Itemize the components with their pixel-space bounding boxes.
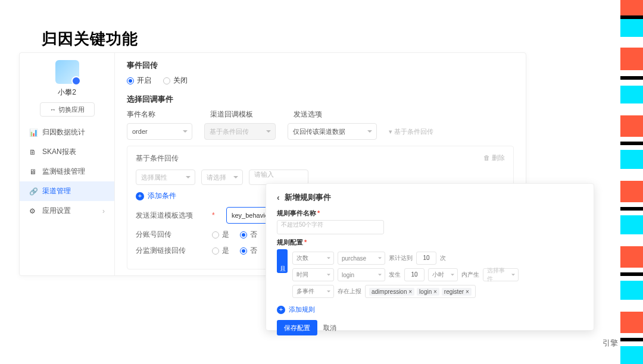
nav-app-settings[interactable]: ⚙应用设置 <box>20 201 114 221</box>
nav-label: 应用设置 <box>42 206 71 216</box>
add-rule-label: 添加规则 <box>289 305 315 314</box>
radio-on-label: 开启 <box>137 76 151 86</box>
add-condition-button[interactable]: +添加条件 <box>136 191 176 201</box>
no-label: 否 <box>250 246 257 256</box>
unit-select[interactable]: 小时 <box>428 268 458 281</box>
plus-icon: + <box>277 306 285 314</box>
event-tag[interactable]: adimpression × <box>369 288 414 296</box>
sub-link-label: 分监测链接回传 <box>136 246 201 256</box>
required-star: * <box>304 239 307 246</box>
rule-row-multi: 多事件 存在上报 adimpression × login × register… <box>292 285 519 298</box>
sub-account-yes[interactable]: 是 <box>212 230 229 240</box>
save-button[interactable]: 保存配置 <box>277 320 317 335</box>
cancel-button[interactable]: 取消 <box>323 320 336 335</box>
nav-label: SKAN报表 <box>42 147 76 157</box>
event-select[interactable]: login <box>338 268 385 281</box>
add-rule-button[interactable]: +添加规则 <box>277 305 315 314</box>
plus-icon: + <box>136 192 144 200</box>
required-star: * <box>212 211 216 219</box>
metric-select[interactable]: 时间 <box>292 268 334 281</box>
event-callback-title: 事件回传 <box>127 60 514 71</box>
nav-label: 渠道管理 <box>42 186 71 196</box>
watermark-text: 引擎 <box>603 338 618 349</box>
and-operator-pill[interactable]: 且 <box>277 249 288 273</box>
settings-icon: ⚙ <box>29 207 38 215</box>
sub-account-label: 分账号回传 <box>136 230 201 240</box>
radio-on[interactable]: 开启 <box>127 76 151 86</box>
report-icon: 🗎 <box>29 148 38 156</box>
rule-row-count: 次数 purchase 累计达到 10 次 <box>292 252 519 265</box>
radio-dot-icon <box>212 247 219 255</box>
multi-event-tags[interactable]: adimpression × login × register × <box>365 285 476 298</box>
condition-filter-link[interactable]: ▾ 基于条件回传 <box>389 127 433 136</box>
nav-tracking-links[interactable]: 🖥监测链接管理 <box>20 162 114 181</box>
sub-link-yes[interactable]: 是 <box>212 246 229 256</box>
nav-label: 监测链接管理 <box>42 167 85 177</box>
col-event-name: 事件名称 <box>127 109 198 120</box>
decorative-stripes <box>620 0 643 364</box>
sub-account-no[interactable]: 否 <box>240 230 257 240</box>
event-select[interactable]: purchase <box>338 252 385 265</box>
app-avatar <box>55 60 79 84</box>
rule-block: 且 次数 purchase 累计达到 10 次 时间 login 发生 10 小… <box>277 249 583 302</box>
page-title: 归因关键功能 <box>42 29 138 49</box>
radio-off-label: 关闭 <box>173 76 188 86</box>
new-rule-event-modal: ‹ 新增规则事件 规则事件名称* 不超过50个字符 规则配置* 且 次数 pur… <box>266 183 594 331</box>
nav-skan-report[interactable]: 🗎SKAN报表 <box>20 142 114 162</box>
switch-app-button[interactable]: ↔ 切换应用 <box>40 102 95 117</box>
sidebar-nav: 📊归因数据统计 🗎SKAN报表 🖥监测链接管理 🔗渠道管理 ⚙应用设置 <box>20 123 114 221</box>
modal-header: ‹ 新增规则事件 <box>277 192 583 203</box>
operator-select[interactable]: 请选择 <box>201 170 243 185</box>
event-callback-radio-group: 开启 关闭 <box>127 76 514 86</box>
template-select[interactable]: 基于条件回传 <box>204 123 276 140</box>
back-icon[interactable]: ‹ <box>277 193 280 202</box>
rule-text: 发生 <box>389 271 401 279</box>
metric-select[interactable]: 多事件 <box>292 285 334 298</box>
modal-title: 新增规则事件 <box>285 192 331 203</box>
nav-channel-mgmt[interactable]: 🔗渠道管理 <box>20 181 114 201</box>
col-template: 渠道回调模板 <box>210 109 282 120</box>
sidebar: 小攀2 ↔ 切换应用 📊归因数据统计 🗎SKAN报表 🖥监测链接管理 🔗渠道管理… <box>20 53 115 275</box>
value-input[interactable]: 10 <box>404 268 424 281</box>
yes-label: 是 <box>222 230 229 240</box>
no-label: 否 <box>250 230 257 240</box>
rule-text: 存在上报 <box>338 287 361 296</box>
channel-icon: 🔗 <box>29 187 38 196</box>
delete-button[interactable]: 🗑 删除 <box>483 153 505 164</box>
attr-select[interactable]: 选择属性 <box>136 170 195 185</box>
unit-text: 次 <box>440 254 446 262</box>
radio-dot-icon <box>212 231 219 239</box>
send-option-select[interactable]: 仅回传该渠道数据 <box>288 123 377 140</box>
event-tag[interactable]: login × <box>417 288 439 296</box>
app-name: 小攀2 <box>58 87 76 98</box>
send-template-label: 发送渠道模板选项 <box>136 211 201 221</box>
app-switcher: 小攀2 <box>20 60 114 98</box>
metric-select[interactable]: 次数 <box>292 252 334 265</box>
modal-actions: 保存配置 取消 <box>277 320 583 335</box>
event-name-select[interactable]: order <box>127 123 192 140</box>
radio-off[interactable]: 关闭 <box>163 76 188 86</box>
condition-card-title: 基于条件回传 <box>136 153 179 164</box>
add-condition-label: 添加条件 <box>148 191 176 201</box>
radio-dot-icon <box>240 247 247 255</box>
column-headers: 事件名称 渠道回调模板 发送选项 <box>127 109 514 120</box>
required-star: * <box>317 209 320 216</box>
rule-config-label: 规则配置* <box>277 238 583 247</box>
event-tag[interactable]: register × <box>442 288 472 296</box>
link-icon: 🖥 <box>29 168 38 176</box>
nav-attribution-stats[interactable]: 📊归因数据统计 <box>20 123 114 142</box>
select-callback-title: 选择回调事件 <box>127 94 514 105</box>
tail-event-select[interactable]: 选择事件 <box>483 268 519 281</box>
col-send-option: 发送选项 <box>294 109 383 120</box>
rule-row-time: 时间 login 发生 10 小时 内产生 选择事件 <box>292 268 519 281</box>
rule-name-label: 规则事件名称* <box>277 209 583 218</box>
sub-link-no[interactable]: 否 <box>240 246 257 256</box>
radio-dot-icon <box>240 231 247 239</box>
rule-text: 累计达到 <box>389 254 413 262</box>
radio-dot-icon <box>163 77 170 84</box>
nav-label: 归因数据统计 <box>42 127 85 137</box>
yes-label: 是 <box>222 246 229 256</box>
value-input[interactable]: 10 <box>416 252 436 265</box>
rule-name-input[interactable]: 不超过50个字符 <box>277 220 384 234</box>
event-config-row: order 基于条件回传 仅回传该渠道数据 ▾ 基于条件回传 <box>127 123 514 140</box>
